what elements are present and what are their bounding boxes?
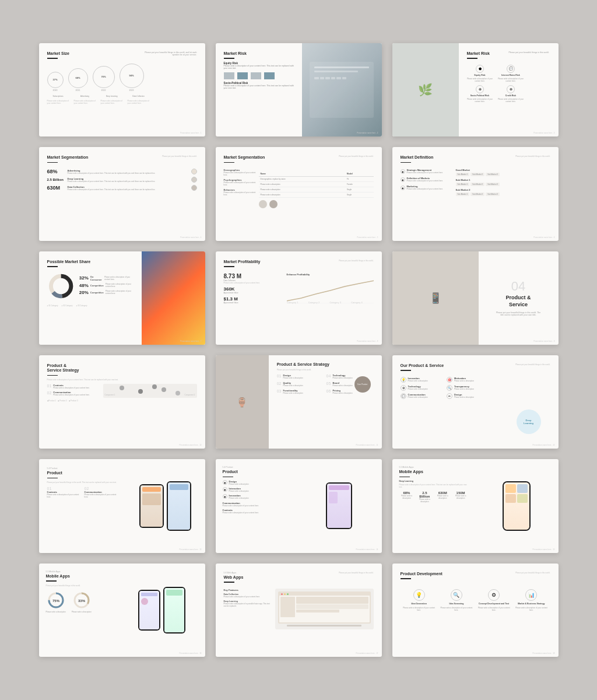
slide-17-title: Web Apps <box>224 575 244 580</box>
slide-9-image: 📱 <box>392 251 479 345</box>
slide-7-left: Possible Market Share 32% Go Consumer Pl… <box>39 251 142 345</box>
slide-13-divider <box>47 478 58 479</box>
slide-market-risk-flowers: 🌿 Market Risk Please put your beautiful … <box>392 43 559 136</box>
deep-learning-badge: DeepLearning <box>517 410 541 434</box>
slide-market-size: Market Size Please put your beautiful th… <box>39 43 205 136</box>
slide-market-profitability: Market Profitability Please put your bea… <box>216 251 382 345</box>
product-left-items: ◉ DesignPlease write a description ◉ Int… <box>223 480 292 499</box>
slide-16-left: 5.5 Mobile Apps Mobile Apps Please put y… <box>39 564 119 657</box>
slide-3-image: 🌿 <box>392 43 459 136</box>
mobile-phone <box>503 481 531 531</box>
svg-text:Category 2: Category 2 <box>308 300 319 303</box>
step-2: 02 QualityPlease write a description <box>277 382 324 387</box>
svg-text:Category 4: Category 4 <box>351 300 363 303</box>
seg-left: Demographics Please write a description … <box>224 169 256 208</box>
slide-13-title: Product <box>47 471 117 475</box>
risk-box-4 <box>264 72 275 79</box>
slide-7-divider <box>47 266 58 267</box>
phone-1 <box>139 484 164 528</box>
phone-16-2 <box>163 587 185 634</box>
ps-item-3: ⚙ TechnologyPlease write a description <box>401 385 445 391</box>
slide-6-title: Market Definition <box>401 155 434 160</box>
map-legend: ◆ Product 1 ◆ Product 2 ◆ Product 3 <box>47 400 197 402</box>
seg-row-2: 2.5 Billion Deep Learning Please write a… <box>47 177 197 183</box>
risk-icon-4: ⊗ Credit Risk Please write a description… <box>498 85 524 103</box>
risk-box-1 <box>224 72 234 79</box>
slide-9-desc: Please put your beautiful things in this… <box>495 312 542 316</box>
webapp-left: Key Features Data Collection Please writ… <box>224 589 271 629</box>
slide-12-title: Our Product & Service <box>401 363 444 368</box>
risk-item-1: Equity Risk Please write a description o… <box>224 62 294 69</box>
slide-14-phones <box>299 462 379 550</box>
steps-grid: 01 DesignPlease write a description 04 T… <box>277 374 374 394</box>
def-row-3: ◉ Marketing Please write a description o… <box>401 185 453 190</box>
def-row-2: ◉ Definition of Markets Please write a d… <box>401 177 453 182</box>
page-num-3: Presentation name here - 3 <box>533 132 554 134</box>
slide-market-definition: Market Definition Please put your beauti… <box>392 147 559 240</box>
slide-9-right: 04 Product &Service Please put your beau… <box>479 251 559 345</box>
dev-steps-row: 💡 Idea Generation Please write a descrip… <box>401 589 550 611</box>
ps-item-1: 💡 InnovationPlease write a description <box>401 377 445 383</box>
risk-icon-3: ⊕ Socio-Political Risk Please write a de… <box>467 85 493 103</box>
slide-18-divider <box>401 578 411 579</box>
phone-2 <box>167 481 191 531</box>
circle-2: 68% <box>68 68 88 88</box>
slide-2-left: Market Risk Equity Risk Please write a d… <box>216 43 302 136</box>
slide-3-right: Market Risk Please put your beautiful th… <box>459 43 559 136</box>
slide-product-service-strategy-map: Product &Service Strategy Please write a… <box>39 355 205 449</box>
slide-11-title: Product & Service Strategy <box>277 362 374 367</box>
slide-1-divider <box>47 58 58 59</box>
seg-icon-3 <box>191 185 197 191</box>
circle-1: 37% <box>47 72 64 88</box>
core-product-badge: Core Product <box>354 376 371 393</box>
slide-market-segmentation-metrics: Market Segmentation Please put your beau… <box>39 147 205 240</box>
seg-table-area: Demographics Please write a description … <box>224 169 374 208</box>
page-num-2: Presentation name here - 2 <box>357 132 378 134</box>
slide-15-title: Mobile Apps <box>399 470 469 474</box>
circles-area: 75% Please write a description 33% Pleas… <box>46 592 112 613</box>
page-num-11: Presentation name here - 11 <box>356 444 378 446</box>
risk-box-2 <box>237 72 248 79</box>
slide-7-title: Possible Market Share <box>47 260 134 264</box>
cat-1: Subscriptions <box>47 95 69 97</box>
circles-row: 37% 2020 68% 2021 76% 2022 94% 2023 <box>47 64 197 92</box>
circle-item-3: 76% 2022 <box>93 66 115 92</box>
slide-product-phones-detail: 5.4 Product Product ◉ DesignPlease write… <box>216 459 382 552</box>
svg-text:33%: 33% <box>78 599 86 603</box>
page-num-17: Presentation name here - 17 <box>356 652 378 654</box>
share-item-2: 48% Competitive Please write a descripti… <box>79 283 134 288</box>
slide-1-subtitle: Please put your beautiful things in this… <box>139 51 197 56</box>
circle-chart-2: 33% <box>73 592 90 609</box>
page-num-10: Presentation name here - 10 <box>179 444 201 446</box>
share-legend: 32% Go Consumer Please write a descripti… <box>79 275 134 297</box>
risk-icon-1: ⬟ Equity Risk Please write a description… <box>467 65 493 82</box>
slide-9-number: 04 <box>511 280 525 293</box>
share-footer: ● 01 Category ● 02 Category ● 03 Categor… <box>47 304 134 307</box>
circle-3: 76% <box>93 66 115 88</box>
seg-metrics: 68% Advertising Please write a descripti… <box>47 169 197 191</box>
slide-10-title: Product &Service Strategy <box>47 363 119 373</box>
share-item-1: 32% Go Consumer Please write a descripti… <box>79 275 134 281</box>
page-num-14: Presentation name here - 14 <box>356 548 378 551</box>
risk-item-2: Socio-Political Risk Please write a desc… <box>224 82 294 89</box>
seg-icon-2 <box>191 177 197 183</box>
slide-14-title: Product <box>223 470 292 474</box>
svg-text:Category 3: Category 3 <box>329 300 341 303</box>
def-row-1: ◉ Strategic Management Please write a de… <box>401 169 453 174</box>
slide-mobile-apps-circles: 5.5 Mobile Apps Mobile Apps Please put y… <box>39 564 205 657</box>
def-area: ◉ Strategic Management Please write a de… <box>401 169 550 198</box>
presentation-grid: Market Size Please put your beautiful th… <box>16 20 582 680</box>
slide-7-image <box>142 251 205 345</box>
page-num-12: Presentation name here - 12 <box>532 444 554 446</box>
category-descs: Please write a description of your conte… <box>47 100 197 104</box>
circle-item-1: 37% 2020 <box>47 72 64 92</box>
slide-4-title: Market Segmentation <box>47 155 89 160</box>
seg-table: Name Model Demographics: replace by name… <box>259 172 374 198</box>
cat-4: Data Collection <box>128 95 150 97</box>
slide-product-phones-left: 5.4 Product Product Please put your beau… <box>39 459 205 552</box>
slide-14-left: 5.4 Product Product ◉ DesignPlease write… <box>216 459 299 552</box>
mobile-stats: 68% Please write a description 2.5 Billi… <box>399 491 469 503</box>
slide-8-divider <box>224 266 234 267</box>
slide-3-divider <box>467 58 477 59</box>
slide-2-divider <box>224 58 234 59</box>
